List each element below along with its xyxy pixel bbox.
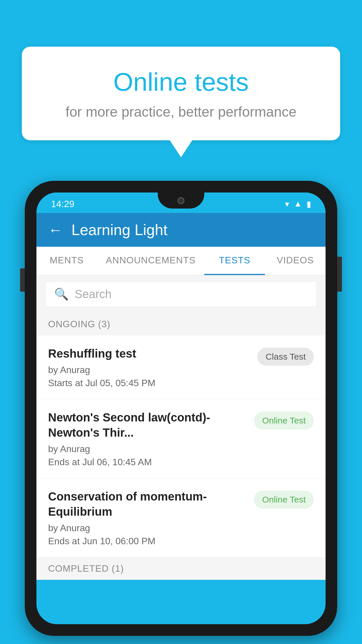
test-info-1: Reshuffling test by Anurag Starts at Jul… — [48, 346, 257, 388]
tab-ments[interactable]: MENTS — [36, 247, 97, 275]
test-item-newton[interactable]: Newton's Second law(contd)-Newton's Thir… — [36, 399, 326, 478]
tab-videos[interactable]: VIDEOS — [265, 247, 326, 275]
test-by-1: by Anurag — [48, 365, 249, 375]
back-button[interactable]: ← — [48, 221, 63, 238]
completed-section-header: COMPLETED (1) — [36, 557, 326, 580]
completed-label: COMPLETED (1) — [48, 563, 314, 574]
test-name-2: Newton's Second law(contd)-Newton's Thir… — [48, 410, 245, 440]
speech-bubble-subtitle: for more practice, better performance — [45, 104, 317, 120]
status-bar: 14:29 ▾ ▲ ▮ — [36, 192, 326, 213]
wifi-icon: ▾ — [285, 199, 289, 209]
search-icon: 🔍 — [54, 287, 69, 301]
app-title: Learning Light — [71, 221, 168, 239]
phone-body: 14:29 ▾ ▲ ▮ ← Learning Light MENTS ANNOU… — [25, 181, 337, 636]
notch — [158, 192, 204, 209]
phone-container: 14:29 ▾ ▲ ▮ ← Learning Light MENTS ANNOU… — [25, 181, 337, 644]
search-placeholder: Search — [75, 288, 112, 301]
signal-icon: ▲ — [294, 199, 302, 209]
test-info-3: Conservation of momentum-Equilibrium by … — [48, 489, 254, 547]
speech-bubble-arrow — [169, 140, 193, 157]
test-by-2: by Anurag — [48, 444, 245, 454]
test-info-2: Newton's Second law(contd)-Newton's Thir… — [48, 410, 254, 468]
test-badge-2: Online Test — [254, 412, 314, 430]
search-container: 🔍 Search — [36, 275, 326, 313]
tab-announcements[interactable]: ANNOUNCEMENTS — [97, 247, 204, 275]
ongoing-section-header: ONGOING (3) — [36, 313, 326, 335]
front-camera — [178, 197, 184, 204]
test-name-3: Conservation of momentum-Equilibrium — [48, 489, 245, 519]
search-box[interactable]: 🔍 Search — [45, 281, 317, 307]
test-item-reshuffling[interactable]: Reshuffling test by Anurag Starts at Jul… — [36, 335, 326, 399]
status-icons: ▾ ▲ ▮ — [285, 199, 311, 209]
phone-screen: 14:29 ▾ ▲ ▮ ← Learning Light MENTS ANNOU… — [36, 192, 326, 624]
test-badge-3: Online Test — [254, 491, 314, 509]
test-name-1: Reshuffling test — [48, 346, 249, 361]
volume-button — [20, 268, 25, 292]
tab-tests[interactable]: TESTS — [204, 247, 265, 275]
test-badge-1: Class Test — [257, 348, 314, 366]
app-header: ← Learning Light — [36, 213, 326, 247]
test-date-1: Starts at Jul 05, 05:45 PM — [48, 378, 249, 388]
tabs: MENTS ANNOUNCEMENTS TESTS VIDEOS — [36, 247, 326, 275]
test-date-3: Ends at Jun 10, 06:00 PM — [48, 536, 245, 547]
speech-bubble-title: Online tests — [45, 67, 317, 97]
battery-icon: ▮ — [307, 199, 311, 209]
speech-bubble-container: Online tests for more practice, better p… — [22, 47, 340, 157]
test-item-conservation[interactable]: Conservation of momentum-Equilibrium by … — [36, 478, 326, 557]
test-date-2: Ends at Jul 06, 10:45 AM — [48, 457, 245, 468]
test-by-3: by Anurag — [48, 523, 245, 533]
status-time: 14:29 — [51, 199, 74, 209]
test-list: Reshuffling test by Anurag Starts at Jul… — [36, 335, 326, 557]
ongoing-label: ONGOING (3) — [48, 319, 314, 330]
power-button — [337, 257, 342, 292]
speech-bubble: Online tests for more practice, better p… — [22, 47, 340, 140]
